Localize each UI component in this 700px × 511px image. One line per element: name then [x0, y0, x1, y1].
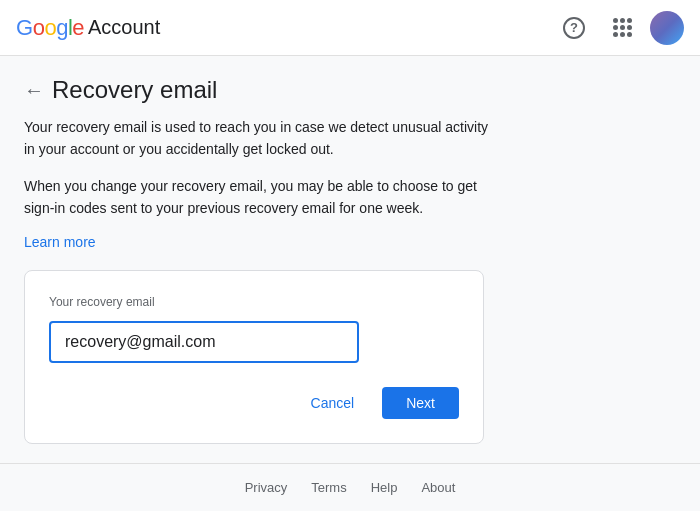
- logo-o1: o: [33, 15, 45, 40]
- grid-dot: [627, 25, 632, 30]
- grid-dot: [613, 18, 618, 23]
- page-footer: Privacy Terms Help About: [0, 463, 700, 511]
- terms-link[interactable]: Terms: [311, 480, 346, 495]
- page-title: Recovery email: [52, 76, 217, 104]
- input-label: Your recovery email: [49, 295, 459, 309]
- grid-dot: [620, 25, 625, 30]
- back-button[interactable]: ←: [24, 79, 44, 102]
- grid-icon: [613, 18, 632, 37]
- logo-e: e: [72, 15, 84, 40]
- grid-dot: [627, 18, 632, 23]
- main-content: ← Recovery email Your recovery email is …: [0, 56, 520, 468]
- recovery-email-input[interactable]: [49, 321, 359, 363]
- logo-g2: g: [56, 15, 68, 40]
- grid-dot: [627, 32, 632, 37]
- about-link[interactable]: About: [421, 480, 455, 495]
- privacy-link[interactable]: Privacy: [245, 480, 288, 495]
- google-text: Google: [16, 15, 84, 41]
- logo-o2: o: [44, 15, 56, 40]
- help-link[interactable]: Help: [371, 480, 398, 495]
- cancel-button[interactable]: Cancel: [291, 387, 375, 419]
- back-row: ← Recovery email: [24, 76, 496, 104]
- logo-area: Google Account: [16, 15, 160, 41]
- grid-dot: [620, 32, 625, 37]
- button-row: Cancel Next: [49, 387, 459, 419]
- grid-dot: [613, 32, 618, 37]
- next-button[interactable]: Next: [382, 387, 459, 419]
- grid-dot: [620, 18, 625, 23]
- learn-more-link[interactable]: Learn more: [24, 234, 96, 250]
- recovery-email-card: Your recovery email Cancel Next: [24, 270, 484, 444]
- grid-dot: [613, 25, 618, 30]
- user-avatar[interactable]: [650, 11, 684, 45]
- account-label: Account: [88, 16, 160, 39]
- help-circle-icon: ?: [563, 17, 585, 39]
- logo-g: G: [16, 15, 33, 40]
- description-1: Your recovery email is used to reach you…: [24, 116, 496, 161]
- description-2: When you change your recovery email, you…: [24, 175, 496, 220]
- google-logo: Google Account: [16, 15, 160, 41]
- apps-button[interactable]: [602, 8, 642, 48]
- app-header: Google Account ?: [0, 0, 700, 56]
- header-actions: ?: [554, 8, 684, 48]
- help-button[interactable]: ?: [554, 8, 594, 48]
